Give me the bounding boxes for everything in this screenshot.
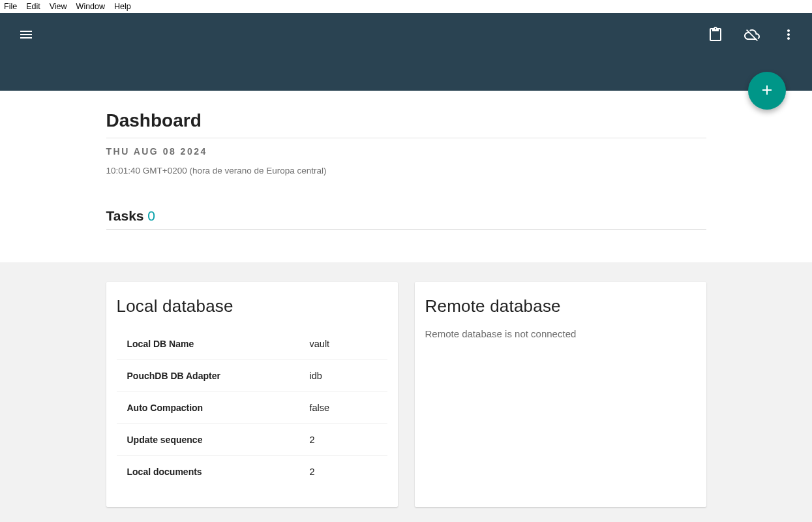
fab-add-button[interactable] [748, 72, 786, 110]
kv-value: idb [310, 371, 322, 381]
database-section: Local database Local DB Name vault Pouch… [0, 262, 812, 522]
hamburger-icon [18, 27, 34, 44]
table-row: PouchDB DB Adapter idb [117, 360, 387, 392]
table-row: Local documents 2 [117, 456, 387, 487]
tasks-count: 0 [147, 208, 155, 223]
kv-value: 2 [310, 435, 315, 445]
os-menu-view[interactable]: View [50, 2, 67, 11]
dashboard-content: Dashboard THU AUG 08 2024 10:01:40 GMT+0… [106, 91, 706, 230]
local-database-card: Local database Local DB Name vault Pouch… [106, 282, 398, 507]
kv-label: PouchDB DB Adapter [127, 371, 310, 381]
tasks-label: Tasks [106, 208, 144, 223]
os-menubar: File Edit View Window Help [0, 0, 812, 13]
app-viewport[interactable]: Dashboard THU AUG 08 2024 10:01:40 GMT+0… [0, 13, 812, 522]
os-menu-window[interactable]: Window [76, 2, 105, 11]
remote-db-status: Remote database is not connected [425, 328, 696, 339]
menu-button[interactable] [10, 20, 42, 51]
clipboard-button[interactable] [700, 20, 731, 51]
dashboard-date: THU AUG 08 2024 [106, 146, 706, 157]
table-row: Auto Compaction false [117, 392, 387, 424]
table-row: Local DB Name vault [117, 328, 387, 360]
plus-icon [759, 82, 775, 100]
kv-value: false [310, 403, 330, 413]
kv-label: Update sequence [127, 435, 310, 445]
clipboard-icon [708, 27, 723, 44]
remote-db-title: Remote database [425, 296, 696, 316]
local-db-list: Local DB Name vault PouchDB DB Adapter i… [117, 328, 387, 487]
title-divider [106, 138, 706, 138]
os-menu-help[interactable]: Help [114, 2, 131, 11]
local-db-title: Local database [117, 296, 387, 316]
remote-database-card: Remote database Remote database is not c… [415, 282, 706, 507]
kv-label: Local DB Name [127, 339, 310, 349]
kv-label: Local documents [127, 467, 310, 477]
tasks-divider [106, 229, 706, 230]
table-row: Update sequence 2 [117, 424, 387, 456]
cloud-off-button[interactable] [736, 20, 768, 51]
more-options-button[interactable] [773, 20, 804, 51]
os-menu-edit[interactable]: Edit [26, 2, 40, 11]
kv-value: 2 [310, 467, 315, 477]
appbar [0, 13, 812, 91]
kv-label: Auto Compaction [127, 403, 310, 413]
tasks-heading: Tasks 0 [106, 208, 706, 224]
page-title: Dashboard [106, 110, 706, 131]
cloud-off-icon [744, 27, 760, 44]
dashboard-time: 10:01:40 GMT+0200 (hora de verano de Eur… [106, 166, 706, 176]
os-menu-file[interactable]: File [4, 2, 17, 11]
more-vert-icon [781, 27, 796, 44]
kv-value: vault [310, 339, 330, 349]
